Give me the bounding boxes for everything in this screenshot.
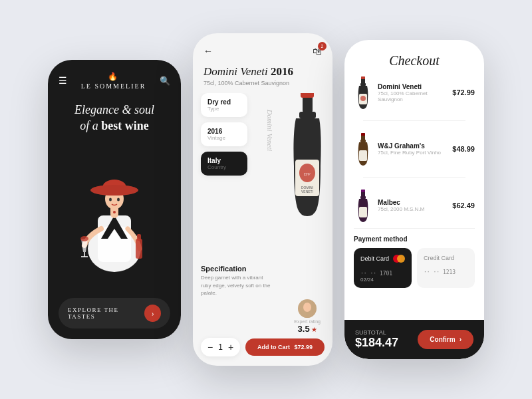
item-1-info: Domini Veneti 75cl, 100% Cabernet Sauvig…: [378, 83, 447, 102]
svg-rect-37: [361, 190, 365, 192]
subtotal-area: SUBTOTAL $184.47: [355, 329, 398, 350]
svg-rect-29: [361, 76, 365, 79]
svg-rect-36: [359, 207, 367, 217]
menu-icon[interactable]: ☰: [59, 75, 67, 86]
checkout-title: Checkout: [355, 53, 473, 68]
credit-card-label: Credit Card: [424, 255, 454, 261]
wine-tags: Dry red Type 2016 Vintage Italy Country: [201, 93, 247, 176]
hero-section: Elegance & soul of a best wine: [48, 95, 181, 293]
item-3-info: Malbec 75cl, 2000 M.S.N.M: [378, 199, 447, 212]
checkout-item-1: Domini Veneti 75cl, 100% Cabernet Sauvig…: [354, 75, 475, 110]
checkout-item-3: Malbec 75cl, 2000 M.S.N.M $62.49: [354, 188, 475, 223]
specification-section: Specification Deep garnet with a vibrant…: [193, 261, 332, 299]
svg-rect-26: [360, 83, 366, 86]
cart-button[interactable]: 🛍 2: [313, 45, 322, 57]
svg-point-10: [80, 236, 88, 241]
qty-value: 1: [218, 342, 223, 352]
cta-label: EXPLORE THE TASTES: [68, 307, 144, 320]
svg-rect-23: [301, 93, 314, 98]
mastercard-icon: [393, 255, 405, 263]
vintage-tag: 2016 Vintage: [201, 122, 247, 146]
phone-product: ← 🛍 2 Domini Veneti 2016 75cl, 100% Cabe…: [193, 33, 332, 366]
tagline: Elegance & soul of a best wine: [74, 102, 154, 134]
rotated-label: Domini Veneti: [267, 110, 275, 152]
svg-text:VENETI: VENETI: [301, 190, 313, 194]
svg-point-8: [109, 198, 112, 201]
wine-subtitle: 75cl, 100% Cabernet Sauvignon: [193, 80, 332, 93]
checkout-item-2: W&J Graham's 75cl, Fine Ruby Port Vinho …: [354, 132, 475, 166]
svg-point-24: [303, 303, 311, 312]
subtotal-label: SUBTOTAL: [355, 329, 398, 336]
credit-card[interactable]: Credit Card ·· ·· 1213: [417, 248, 475, 288]
svg-rect-17: [299, 112, 316, 118]
item-2-info: W&J Graham's 75cl, Fine Ruby Port Vinho: [378, 142, 447, 156]
expert-avatar: [298, 299, 317, 318]
type-tag: Dry red Type: [201, 93, 247, 117]
brand-logo: 🔥 LE SOMMELIER: [81, 72, 146, 90]
add-to-cart-button[interactable]: Add to Cart $72.99: [245, 338, 325, 356]
qty-decrease-button[interactable]: −: [207, 342, 213, 352]
credit-card-number: ·· ·· 1213: [424, 269, 468, 275]
product-footer: − 1 + Add to Cart $72.99: [193, 332, 332, 366]
item-2-price: $48.99: [452, 145, 475, 153]
svg-point-9: [117, 198, 120, 201]
item-3-image: [354, 188, 372, 223]
cta-button[interactable]: ›: [144, 305, 161, 322]
payment-method-label: Payment method: [344, 233, 484, 245]
subtotal-value: $184.47: [355, 336, 398, 350]
item-3-price: $62.49: [452, 201, 475, 209]
item-2-image: [354, 132, 372, 166]
quantity-selector[interactable]: − 1 +: [201, 338, 240, 356]
checkout-header: Checkout: [344, 40, 484, 75]
svg-rect-14: [137, 234, 141, 241]
back-button[interactable]: ←: [203, 46, 213, 57]
qty-increase-button[interactable]: +: [228, 342, 233, 352]
divider-3: [354, 228, 475, 229]
checkout-items: Domini Veneti 75cl, 100% Cabernet Sauvig…: [344, 75, 484, 223]
wine-bottle: DV DOMINI VENETI: [286, 93, 329, 229]
svg-rect-13: [136, 239, 142, 259]
divider-2: [363, 177, 466, 178]
svg-point-28: [360, 96, 366, 101]
svg-point-15: [113, 211, 116, 213]
debit-card-number: ·· ·· 1701: [360, 271, 405, 277]
debit-card-label: Debit Card: [360, 255, 389, 262]
phone-checkout: Checkout Domini Veneti 75cl, 100% Cabern…: [344, 40, 484, 359]
svg-rect-31: [360, 140, 366, 142]
hero-illustration: [61, 142, 168, 275]
phone-home: ☰ 🔥 LE SOMMELIER 🔍 Elegance & soul of a …: [48, 60, 181, 339]
expert-label: Expert rating: [294, 319, 321, 324]
wine-title: Domini Veneti 2016: [193, 63, 332, 80]
svg-point-7: [90, 185, 138, 196]
country-tag: Italy Country: [201, 152, 247, 176]
explore-cta[interactable]: EXPLORE THE TASTES ›: [59, 298, 170, 329]
expert-star: ★: [311, 326, 317, 333]
divider-1: [363, 120, 466, 121]
item-1-image: [354, 75, 372, 110]
item-1-price: $72.99: [452, 88, 475, 96]
confirm-button[interactable]: Confirm ›: [418, 330, 473, 349]
product-body: Dry red Type 2016 Vintage Italy Country …: [193, 93, 332, 261]
brand-name: LE SOMMELIER: [81, 82, 146, 90]
debit-card-exp: 02/24: [360, 277, 405, 283]
svg-rect-35: [360, 196, 366, 199]
expert-rating: 3.5: [298, 324, 310, 334]
svg-rect-33: [361, 133, 365, 136]
checkout-footer: SUBTOTAL $184.47 Confirm ›: [344, 320, 484, 359]
payment-cards: Debit Card ·· ·· 1701 02/24 Credit Card …: [344, 245, 484, 293]
svg-text:DV: DV: [304, 172, 311, 177]
cart-badge: 2: [318, 42, 327, 51]
flame-icon: 🔥: [108, 72, 119, 82]
search-icon[interactable]: 🔍: [160, 76, 170, 86]
svg-rect-32: [359, 150, 367, 161]
debit-card[interactable]: Debit Card ·· ·· 1701 02/24: [354, 248, 412, 288]
